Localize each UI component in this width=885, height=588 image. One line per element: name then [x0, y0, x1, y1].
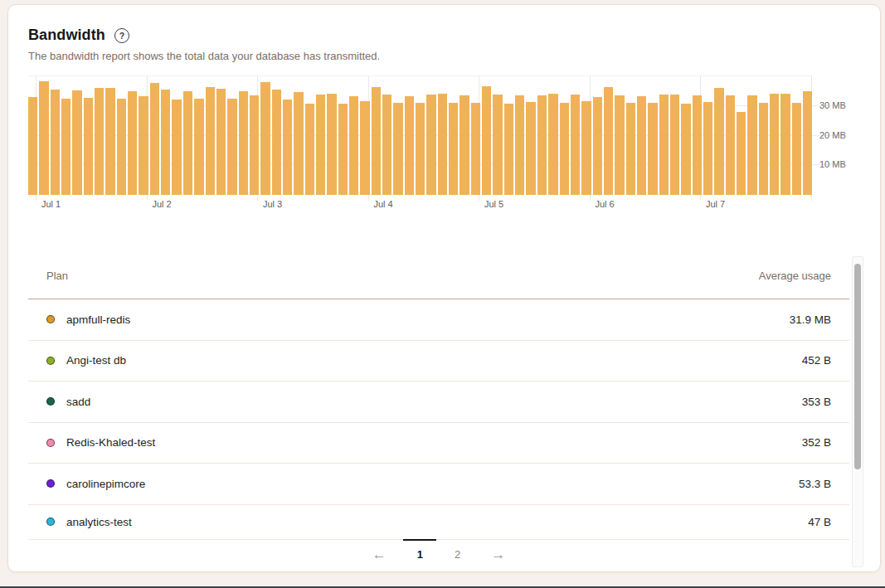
chart-bar[interactable] — [382, 95, 391, 195]
chart-bar[interactable] — [581, 101, 591, 195]
chart-bar[interactable] — [117, 99, 126, 195]
chart-bar[interactable] — [626, 103, 635, 195]
chart-bar[interactable] — [560, 103, 569, 195]
plan-name: Redis-Khaled-test — [66, 436, 155, 449]
plan-cell: Redis-Khaled-test — [46, 436, 155, 449]
chart-bar[interactable] — [372, 87, 381, 195]
chart-bar[interactable] — [615, 95, 624, 195]
plan-cell: Angi-test db — [46, 354, 126, 367]
chart-bar[interactable] — [426, 95, 435, 195]
chart-bar[interactable] — [393, 103, 402, 195]
chart-bar[interactable] — [548, 94, 557, 195]
chart-bar[interactable] — [250, 95, 259, 195]
table-row[interactable]: sadd353 B — [28, 381, 849, 423]
chart-bar[interactable] — [338, 104, 348, 195]
usage-value: 53.3 B — [799, 478, 831, 490]
chart-bar[interactable] — [747, 95, 756, 195]
chart-bars — [28, 76, 812, 195]
help-icon[interactable]: ? — [114, 28, 129, 43]
plan-color-dot — [46, 357, 55, 365]
chart-bar[interactable] — [216, 89, 226, 195]
chart-y-axis-label: 10 MB — [819, 159, 846, 169]
plan-name: Angi-test db — [66, 354, 126, 367]
chart-bar[interactable] — [770, 94, 779, 195]
table-row[interactable]: Redis-Khaled-test352 B — [28, 423, 849, 464]
chart-bar[interactable] — [504, 104, 513, 195]
chart-bar[interactable] — [571, 95, 580, 195]
plan-name: apmfull-redis — [66, 313, 130, 326]
bandwidth-card: Bandwidth ? The bandwidth report shows t… — [7, 4, 881, 572]
chart-bar[interactable] — [72, 90, 81, 195]
chart-bar[interactable] — [183, 91, 192, 195]
chart-bar[interactable] — [681, 104, 690, 195]
table-row[interactable]: analytics-test47 B — [28, 505, 849, 540]
plan-color-dot — [46, 439, 55, 447]
plan-cell: analytics-test — [46, 516, 132, 528]
chart-bar[interactable] — [438, 94, 447, 195]
chart-bar[interactable] — [260, 82, 270, 195]
chart-bar[interactable] — [283, 100, 292, 195]
chart-bar[interactable] — [792, 103, 801, 195]
previous-page-button[interactable]: ← — [367, 546, 391, 563]
chart-bar[interactable] — [84, 98, 93, 195]
page-1-button[interactable]: 1 — [411, 540, 429, 570]
chart-bar[interactable] — [294, 92, 303, 195]
chart-bar[interactable] — [139, 96, 148, 195]
chart-bar[interactable] — [648, 103, 657, 195]
scrollbar-thumb[interactable] — [854, 264, 861, 469]
chart-bar[interactable] — [416, 103, 425, 195]
chart-bar[interactable] — [105, 88, 114, 195]
chart-bar[interactable] — [39, 81, 48, 195]
chart-bar[interactable] — [272, 90, 281, 195]
chart-bar[interactable] — [316, 95, 325, 195]
plan-color-dot — [46, 479, 55, 488]
table-row[interactable]: carolinepimcore53.3 B — [28, 464, 849, 505]
chart-bar[interactable] — [172, 100, 181, 195]
chart-bar[interactable] — [693, 95, 702, 195]
chart-bar[interactable] — [239, 91, 248, 195]
chart-bar[interactable] — [206, 87, 215, 195]
chart-bar[interactable] — [471, 103, 480, 195]
chart-bar[interactable] — [405, 96, 414, 195]
chart-bar[interactable] — [703, 102, 712, 195]
chart-bar[interactable] — [803, 91, 812, 195]
chart-bar[interactable] — [515, 95, 524, 195]
chart-bar[interactable] — [61, 99, 71, 195]
plan-color-dot — [46, 315, 55, 323]
chart-bar[interactable] — [714, 88, 723, 195]
chart-bar[interactable] — [305, 104, 314, 195]
chart-bar[interactable] — [128, 91, 137, 195]
chart-bar[interactable] — [194, 99, 203, 195]
chart-bar[interactable] — [150, 83, 159, 195]
chart-bar[interactable] — [537, 95, 547, 195]
chart-bar[interactable] — [449, 103, 458, 195]
plan-color-dot — [46, 518, 55, 526]
chart-bar[interactable] — [726, 95, 735, 195]
chart-bar[interactable] — [51, 90, 60, 195]
next-page-button[interactable]: → — [486, 546, 510, 563]
chart-bar[interactable] — [493, 95, 502, 195]
chart-bar[interactable] — [670, 95, 679, 195]
chart-bar[interactable] — [659, 95, 669, 195]
chart-bar[interactable] — [95, 88, 104, 195]
chart-bar[interactable] — [637, 96, 646, 195]
chart-bar[interactable] — [604, 87, 613, 195]
chart-bar[interactable] — [593, 97, 602, 195]
page-2-button[interactable]: 2 — [449, 540, 466, 570]
chart-bar[interactable] — [482, 86, 491, 195]
chart-bar[interactable] — [227, 99, 236, 195]
chart-bar[interactable] — [737, 112, 746, 195]
chart-bar[interactable] — [28, 97, 37, 195]
chart-bar[interactable] — [759, 103, 768, 195]
chart-bar[interactable] — [780, 94, 790, 195]
chart-bar[interactable] — [349, 96, 358, 195]
table-row[interactable]: Angi-test db452 B — [28, 341, 849, 382]
chart-bar[interactable] — [526, 102, 535, 195]
table-row[interactable]: apmfull-redis31.9 MB — [28, 299, 849, 341]
chart-bar[interactable] — [460, 95, 469, 195]
chart-bar[interactable] — [327, 94, 336, 195]
table-scrollbar[interactable] — [852, 256, 863, 567]
chart-bar[interactable] — [161, 90, 170, 195]
chart-bar[interactable] — [360, 101, 369, 195]
chart-x-axis-label: Jul 1 — [41, 199, 61, 209]
